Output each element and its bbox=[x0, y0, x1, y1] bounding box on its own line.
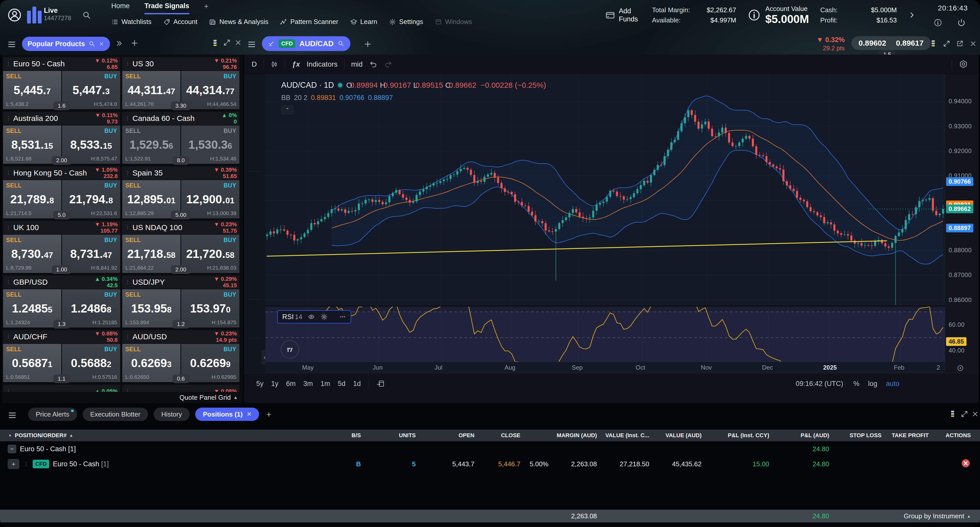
search-icon[interactable] bbox=[338, 40, 344, 47]
buy-button[interactable]: BUY5,447.3H:5,474.0 bbox=[62, 71, 120, 109]
maximize-panel-icon[interactable] bbox=[943, 40, 950, 48]
range-button-3m[interactable]: 3m bbox=[304, 380, 313, 388]
menu-item-windows[interactable]: Windows bbox=[435, 18, 472, 26]
column-header-p-l-inst-ccy-[interactable]: P&L (Inst. CCY) bbox=[703, 432, 771, 439]
collapse-group-button[interactable]: − bbox=[8, 444, 16, 453]
menu-item-account[interactable]: Account bbox=[163, 18, 197, 26]
tile-header[interactable]: Canada 60 - Cash▲ 0%0 bbox=[122, 112, 239, 125]
buy-button[interactable]: BUY153.970H:154.875 bbox=[181, 289, 239, 327]
tile-header[interactable]: USD/JPY▼ 0.29%45.15 bbox=[122, 276, 239, 289]
position-detail-row[interactable]: +CFDEuro 50 - Cash [1]B55,443.75,446.75.… bbox=[0, 457, 980, 471]
close-panel-icon[interactable] bbox=[969, 40, 977, 48]
watchlist-selector-pill[interactable]: Popular Products bbox=[22, 37, 110, 51]
column-header-value-aud-[interactable]: VALUE (AUD) bbox=[651, 432, 703, 439]
sell-button[interactable]: SELL5,445.7L:5,438.2 bbox=[3, 71, 61, 109]
close-tab-icon[interactable]: ✕ bbox=[247, 411, 251, 417]
row-grip-icon[interactable] bbox=[23, 461, 29, 467]
layout-columns-icon[interactable] bbox=[929, 39, 937, 48]
menu-item-settings[interactable]: Settings bbox=[389, 18, 423, 26]
watchlist-menu-icon[interactable] bbox=[7, 40, 16, 49]
positions-table-header[interactable]: POSITION/ORDER#▲B/SUNITSOPENCLOSEMARGIN … bbox=[0, 430, 980, 441]
add-watchlist-icon[interactable] bbox=[130, 39, 139, 48]
drag-grip-icon[interactable] bbox=[6, 225, 11, 230]
nav-tab-home[interactable]: Home bbox=[111, 2, 130, 13]
maximize-panel-icon[interactable] bbox=[223, 39, 231, 46]
chart-symbol-pill[interactable]: CFD AUD/CAD bbox=[262, 36, 350, 51]
close-icon[interactable] bbox=[99, 41, 104, 47]
drag-grip-icon[interactable] bbox=[6, 116, 11, 121]
timezone-clock-icon[interactable] bbox=[956, 364, 964, 372]
drag-grip-icon[interactable] bbox=[125, 279, 130, 285]
sell-button[interactable]: SELL0.62693L:0.62650 bbox=[122, 344, 180, 382]
menu-item-news-analysis[interactable]: News & Analysis bbox=[209, 18, 268, 26]
price-chart-canvas[interactable] bbox=[266, 74, 945, 373]
tile-header[interactable]: Euro 50 - Cash▼ 0.12%6.85 bbox=[3, 57, 120, 70]
buy-button[interactable]: BUY0.56882H:0.57516 bbox=[62, 344, 120, 382]
drag-grip-icon[interactable] bbox=[125, 170, 130, 176]
blotter-tab-positions-1-[interactable]: Positions (1)✕ bbox=[195, 408, 259, 421]
close-panel-icon[interactable] bbox=[234, 39, 242, 46]
layout-columns-icon[interactable] bbox=[211, 39, 219, 47]
layout-columns-icon[interactable] bbox=[948, 410, 956, 418]
menu-item-learn[interactable]: Learn bbox=[350, 18, 377, 26]
blotter-tab-price-alerts[interactable]: Price Alerts bbox=[28, 408, 77, 421]
buy-button[interactable]: BUY21,794.8H:22,531.6 bbox=[62, 180, 120, 218]
position-group-row[interactable]: −Euro 50 - Cash [1]24.80 bbox=[0, 443, 980, 455]
tile-header[interactable]: AUD/USD▼ 0.23%14.9 pts bbox=[122, 330, 239, 343]
column-header-p-l-aud-[interactable]: P&L (AUD) bbox=[771, 432, 831, 439]
column-header-position-order-[interactable]: POSITION/ORDER#▲ bbox=[8, 432, 324, 439]
drag-grip-icon[interactable] bbox=[125, 61, 130, 67]
drag-grip-icon[interactable] bbox=[125, 225, 130, 230]
eye-icon[interactable] bbox=[308, 313, 315, 321]
popout-panel-icon[interactable] bbox=[956, 40, 964, 48]
close-position-icon[interactable] bbox=[961, 458, 971, 468]
tile-header[interactable]: Hong Kong 50 - Cash▼ 1.05%232.8 bbox=[3, 166, 120, 179]
tile-header[interactable]: Spain 35▼ 0.39%51.65 bbox=[122, 166, 239, 179]
sell-button[interactable]: SELL1.24855L:1.24324 bbox=[3, 289, 61, 327]
range-button-1y[interactable]: 1y bbox=[271, 380, 279, 388]
bollinger-legend[interactable]: BB 20 2 0.89831 0.90766 0.88897 bbox=[281, 94, 393, 102]
tile-header[interactable]: AUD/CHF▼ 0.88%50.8 bbox=[3, 330, 120, 343]
search-icon[interactable] bbox=[82, 11, 91, 20]
column-header-actions[interactable]: ACTIONS bbox=[930, 432, 972, 439]
account-switcher[interactable]: Live 14477278 bbox=[44, 6, 71, 22]
chart-sell-price[interactable]: 0.89602 bbox=[859, 39, 886, 48]
chart-clock[interactable]: 09:16:42 (UTC) bbox=[796, 380, 843, 388]
add-blotter-tab-button[interactable]: + bbox=[266, 410, 271, 419]
sell-button[interactable]: SELL0.56871L:0.56851 bbox=[3, 344, 61, 382]
mid-price-button[interactable]: mid bbox=[351, 60, 363, 68]
range-button-5d[interactable]: 5d bbox=[338, 380, 345, 388]
buy-button[interactable]: BUY1,530.36H:1,534.46 bbox=[181, 125, 239, 164]
gear-icon[interactable] bbox=[321, 313, 328, 321]
price-axis[interactable]: 0.940000.930000.920000.910000.880000.870… bbox=[945, 74, 979, 373]
expand-all-icon[interactable] bbox=[8, 433, 12, 438]
indicators-button[interactable]: Indicators bbox=[307, 60, 337, 68]
tile-header[interactable]: GBP/USD▲ 0.34%42.5 bbox=[3, 276, 120, 289]
go-to-date-icon[interactable] bbox=[369, 379, 385, 388]
blotter-tab-history[interactable]: History bbox=[154, 408, 189, 421]
chart-type-candles-icon[interactable] bbox=[270, 60, 278, 68]
tile-header[interactable]: Australia 200▼ 0.11%9.73 bbox=[3, 112, 120, 125]
chart-buy-price[interactable]: 0.89617 bbox=[896, 39, 923, 48]
column-header-stop-loss[interactable]: STOP LOSS bbox=[831, 432, 883, 439]
buy-button[interactable]: BUY1.24868H:1.25185 bbox=[62, 289, 120, 327]
column-header-margin-aud-[interactable]: MARGIN (AUD) bbox=[550, 432, 598, 439]
nav-tab-trade-signals[interactable]: Trade Signals bbox=[145, 2, 189, 14]
chart-menu-icon[interactable] bbox=[247, 40, 256, 49]
sell-button[interactable]: SELL153.958L:153.894 bbox=[122, 289, 180, 327]
sell-buy-price-pill[interactable]: 0.89602 0.89617 bbox=[851, 36, 931, 50]
legend-collapse-button[interactable]: ⌃ bbox=[281, 105, 293, 114]
column-header-open[interactable]: OPEN bbox=[417, 432, 476, 439]
column-header-close[interactable]: CLOSE bbox=[476, 432, 522, 439]
chevron-right-icon[interactable] bbox=[908, 11, 916, 19]
range-button-1m[interactable]: 1m bbox=[321, 380, 330, 388]
range-button-1d[interactable]: 1d bbox=[353, 380, 361, 388]
info-circle-icon[interactable] bbox=[748, 8, 761, 22]
new-workspace-tab-button[interactable]: + bbox=[204, 2, 209, 11]
close-panel-icon[interactable] bbox=[971, 410, 979, 418]
column-header-units[interactable]: UNITS bbox=[363, 432, 417, 439]
blotter-menu-icon[interactable] bbox=[8, 411, 17, 420]
expand-tabs-icon[interactable] bbox=[115, 39, 123, 48]
time-axis[interactable]: MayJunJulAugSepOctNovDec2025Feb2 bbox=[266, 362, 945, 373]
sell-button[interactable]: SELL21,789.8L:21,714.5 bbox=[3, 180, 61, 218]
